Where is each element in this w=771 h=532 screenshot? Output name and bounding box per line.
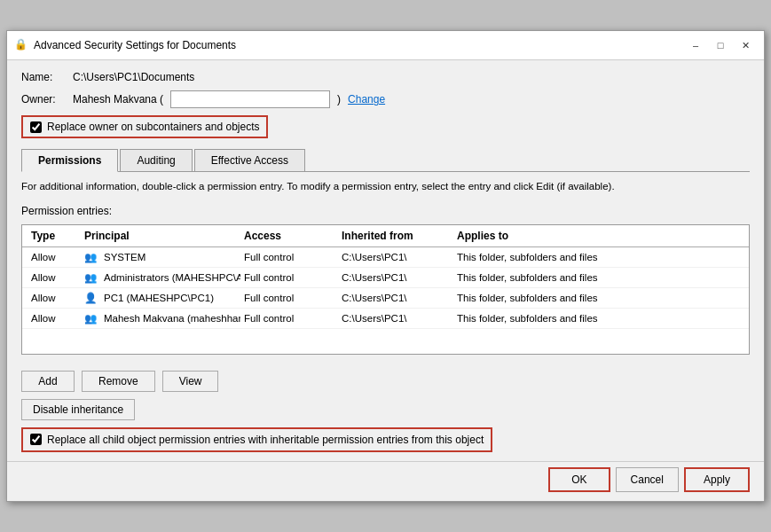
add-button[interactable]: Add bbox=[21, 371, 75, 392]
col-type: Type bbox=[28, 228, 81, 244]
owner-label: Owner: bbox=[21, 93, 66, 106]
main-content: Name: C:\Users\PC1\Documents Owner: Mahe… bbox=[7, 60, 764, 364]
table-row[interactable]: Allow👥Mahesh Makvana (maheshhari...Full … bbox=[22, 309, 749, 329]
cell-applies-to: This folder, subfolders and files bbox=[453, 250, 743, 264]
replace-child-text: Replace all child object permission entr… bbox=[47, 434, 484, 446]
table-body: Allow👥SYSTEMFull controlC:\Users\PC1\Thi… bbox=[22, 247, 749, 354]
cell-inherited-from: C:\Users\PC1\ bbox=[338, 270, 453, 285]
bottom-section: Add Remove View Disable inheritance Repl… bbox=[7, 365, 764, 461]
remove-button[interactable]: Remove bbox=[82, 371, 155, 392]
apply-button[interactable]: Apply bbox=[684, 467, 750, 492]
col-inherited: Inherited from bbox=[338, 228, 453, 244]
tab-effective-access[interactable]: Effective Access bbox=[194, 149, 305, 171]
cell-inherited-from: C:\Users\PC1\ bbox=[338, 250, 453, 264]
cell-access: Full control bbox=[240, 270, 338, 285]
cell-applies-to: This folder, subfolders and files bbox=[453, 311, 743, 325]
table-header: Type Principal Access Inherited from App… bbox=[22, 225, 749, 247]
replace-child-checkbox[interactable] bbox=[30, 434, 42, 445]
table-row[interactable]: Allow👤PC1 (MAHESHPC\PC1)Full controlC:\U… bbox=[22, 288, 749, 309]
owner-value: Mahesh Makvana ( bbox=[73, 93, 163, 106]
cell-principal: 👥SYSTEM bbox=[81, 249, 240, 265]
name-value: C:\Users\PC1\Documents bbox=[73, 71, 194, 83]
ok-button[interactable]: OK bbox=[548, 467, 610, 492]
replace-owner-checkbox[interactable] bbox=[30, 121, 42, 133]
col-access: Access bbox=[240, 228, 338, 244]
minimize-button[interactable]: – bbox=[684, 36, 707, 54]
user-icon: 👥 bbox=[84, 251, 97, 263]
cell-applies-to: This folder, subfolders and files bbox=[453, 291, 743, 305]
user-icon: 👤 bbox=[84, 292, 97, 304]
cell-principal: 👤PC1 (MAHESHPC\PC1) bbox=[81, 290, 240, 306]
cell-type: Allow bbox=[28, 311, 81, 325]
ok-cancel-row: OK Cancel Apply bbox=[7, 462, 764, 501]
cell-type: Allow bbox=[28, 291, 81, 305]
info-text: For additional information, double-click… bbox=[21, 179, 750, 193]
replace-child-container: Replace all child object permission entr… bbox=[21, 427, 750, 452]
permissions-table: Type Principal Access Inherited from App… bbox=[21, 224, 750, 355]
cell-inherited-from: C:\Users\PC1\ bbox=[338, 311, 453, 325]
main-window: 🔒 Advanced Security Settings for Documen… bbox=[6, 30, 765, 501]
table-row[interactable]: Allow👥SYSTEMFull controlC:\Users\PC1\Thi… bbox=[22, 247, 749, 268]
cell-principal: 👥Mahesh Makvana (maheshhari... bbox=[81, 310, 240, 326]
user-icon: 👥 bbox=[84, 312, 97, 325]
window-controls: – □ ✕ bbox=[684, 36, 757, 54]
maximize-button[interactable]: □ bbox=[709, 36, 732, 54]
close-button[interactable]: ✕ bbox=[734, 36, 757, 54]
window-icon: 🔒 bbox=[14, 38, 28, 52]
tab-auditing[interactable]: Auditing bbox=[120, 149, 192, 171]
replace-owner-label[interactable]: Replace owner on subcontainers and objec… bbox=[21, 115, 268, 138]
replace-owner-text: Replace owner on subcontainers and objec… bbox=[47, 121, 259, 133]
cell-access: Full control bbox=[240, 311, 338, 325]
disable-inheritance-button[interactable]: Disable inheritance bbox=[21, 399, 135, 420]
tab-permissions[interactable]: Permissions bbox=[21, 149, 118, 172]
view-button[interactable]: View bbox=[162, 371, 219, 392]
name-row: Name: C:\Users\PC1\Documents bbox=[21, 71, 750, 83]
owner-suffix: ) bbox=[337, 93, 341, 106]
cell-applies-to: This folder, subfolders and files bbox=[453, 270, 743, 285]
cell-type: Allow bbox=[28, 270, 81, 285]
action-buttons: Add Remove View bbox=[21, 371, 750, 392]
change-link[interactable]: Change bbox=[348, 93, 385, 106]
owner-input-box bbox=[170, 90, 330, 108]
cell-principal: 👥Administrators (MAHESHPC\A... bbox=[81, 270, 240, 286]
user-icon: 👥 bbox=[84, 271, 97, 284]
col-principal: Principal bbox=[81, 228, 240, 244]
permission-entries-label: Permission entries: bbox=[21, 205, 750, 217]
table-row[interactable]: Allow👥Administrators (MAHESHPC\A...Full … bbox=[22, 268, 749, 288]
disable-inheritance-container: Disable inheritance bbox=[21, 399, 750, 420]
replace-child-label[interactable]: Replace all child object permission entr… bbox=[21, 427, 492, 452]
cell-access: Full control bbox=[240, 291, 338, 305]
cell-inherited-from: C:\Users\PC1\ bbox=[338, 291, 453, 305]
name-label: Name: bbox=[21, 71, 66, 83]
title-bar: 🔒 Advanced Security Settings for Documen… bbox=[7, 31, 764, 60]
cell-type: Allow bbox=[28, 250, 81, 264]
owner-row: Owner: Mahesh Makvana ( ) Change bbox=[21, 90, 750, 108]
tab-bar: Permissions Auditing Effective Access bbox=[21, 149, 750, 172]
window-title: Advanced Security Settings for Documents bbox=[34, 39, 679, 51]
cancel-button[interactable]: Cancel bbox=[616, 467, 679, 492]
col-applies: Applies to bbox=[453, 228, 743, 244]
cell-access: Full control bbox=[240, 250, 338, 264]
replace-owner-container: Replace owner on subcontainers and objec… bbox=[21, 115, 750, 138]
